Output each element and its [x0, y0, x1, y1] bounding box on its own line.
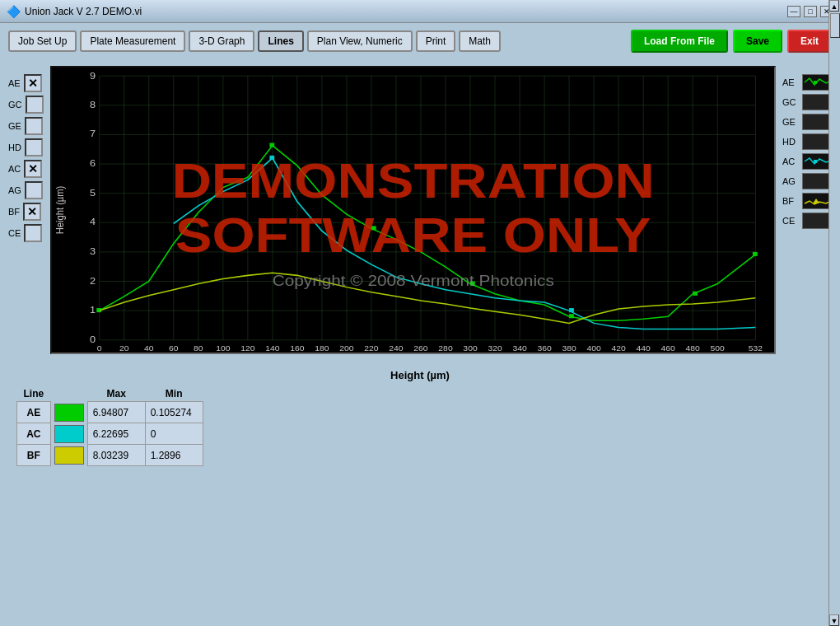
- scrollbar-thumb[interactable]: [830, 13, 840, 38]
- tab-lines[interactable]: Lines: [258, 30, 303, 52]
- row-color-ac: [50, 423, 87, 445]
- svg-text:180: 180: [315, 344, 329, 353]
- legend-label-ge: GE: [8, 121, 21, 131]
- row-color-bf: [50, 445, 87, 466]
- legend-item-ac: AC: [8, 160, 44, 178]
- toolbar-right: Load From File Save Exit: [631, 30, 832, 53]
- chart-container: 0 1 2 3 4 5 6 7 8 9 0 20 40 60 8: [50, 66, 777, 354]
- legend-label-ae: AE: [8, 78, 21, 88]
- svg-text:460: 460: [660, 344, 675, 353]
- svg-text:0: 0: [96, 344, 101, 353]
- row-max-bf: 8.03239: [87, 445, 145, 466]
- svg-text:340: 340: [512, 344, 527, 353]
- svg-text:160: 160: [290, 344, 305, 353]
- right-legend-icon-ce: [802, 213, 832, 229]
- legend-checkbox-bf[interactable]: [23, 203, 41, 221]
- legend-checkbox-ag[interactable]: [25, 181, 43, 199]
- toolbar: Job Set Up Plate Measurement 3-D Graph L…: [0, 23, 840, 59]
- legend-checkbox-ac[interactable]: [24, 160, 42, 178]
- legend-item-bf: BF: [8, 203, 44, 221]
- right-legend-label-hd: HD: [782, 137, 799, 147]
- right-legend-gc: GC: [782, 94, 832, 110]
- tab-plan-view[interactable]: Plan View, Numeric: [307, 30, 413, 52]
- scrollbar[interactable]: ▲ ▼: [828, 0, 840, 626]
- legend-item-hd: HD: [8, 138, 44, 156]
- svg-text:60: 60: [169, 344, 179, 353]
- legend-label-ag: AG: [8, 185, 21, 195]
- exit-button[interactable]: Exit: [787, 30, 832, 53]
- save-button[interactable]: Save: [733, 30, 782, 53]
- row-color-ae: [50, 402, 87, 423]
- right-legend-ce: CE: [782, 213, 832, 229]
- right-legend-ae: AE: [782, 74, 832, 91]
- col-header-max: Max: [87, 386, 145, 402]
- right-legend-ac: AC: [782, 153, 832, 170]
- svg-rect-78: [269, 143, 274, 147]
- tab-3d-graph[interactable]: 3-D Graph: [189, 30, 254, 52]
- svg-rect-85: [569, 308, 574, 312]
- right-legend-icon-ag: [802, 173, 832, 189]
- minimize-button[interactable]: —: [787, 6, 800, 17]
- legend-checkbox-ce[interactable]: [24, 224, 42, 242]
- legend-item-gc: GC: [8, 96, 44, 114]
- maximize-button[interactable]: □: [804, 6, 817, 17]
- tab-print[interactable]: Print: [416, 30, 456, 52]
- tab-math[interactable]: Math: [459, 30, 501, 52]
- svg-text:Copyright © 2008 Vermont Photo: Copyright © 2008 Vermont Photonics: [272, 272, 553, 289]
- legend-label-hd: HD: [8, 142, 21, 152]
- right-legend-icon-ac: [802, 153, 832, 170]
- svg-marker-91: [813, 199, 819, 203]
- svg-text:140: 140: [265, 344, 280, 353]
- svg-text:480: 480: [685, 344, 700, 353]
- svg-text:100: 100: [216, 344, 231, 353]
- right-legend: AE GC GE HD AC AG: [782, 66, 832, 354]
- right-legend-icon-gc: [802, 94, 832, 110]
- svg-rect-81: [569, 314, 574, 318]
- svg-text:9: 9: [90, 71, 96, 82]
- col-header-min: Min: [145, 386, 203, 402]
- legend-item-ge: GE: [8, 117, 44, 135]
- svg-rect-90: [814, 160, 817, 163]
- scrollbar-up[interactable]: ▲: [829, 0, 839, 12]
- table-row-bf: BF 8.03239 1.2896: [17, 445, 203, 466]
- right-legend-label-ae: AE: [782, 77, 799, 87]
- right-legend-icon-hd: [802, 133, 832, 150]
- legend-label-ac: AC: [8, 164, 21, 174]
- svg-text:SOFTWARE ONLY: SOFTWARE ONLY: [175, 208, 651, 262]
- legend-checkbox-ge[interactable]: [25, 117, 43, 135]
- svg-text:Height (µm): Height (µm): [54, 186, 66, 235]
- title-bar: 🔷 Union Jack V 2.7 DEMO.vi — □ ✕: [0, 0, 840, 23]
- legend-checkbox-gc[interactable]: [26, 96, 44, 114]
- app-icon: 🔷: [7, 5, 20, 18]
- svg-text:80: 80: [194, 344, 203, 353]
- scrollbar-down[interactable]: ▼: [829, 614, 839, 626]
- chart-svg: 0 1 2 3 4 5 6 7 8 9 0 20 40 60 8: [52, 68, 775, 353]
- data-table-section: Height (µm) Line Max Min AE 6.94807 0.10…: [0, 361, 840, 474]
- tab-plate-measurement[interactable]: Plate Measurement: [80, 30, 185, 52]
- col-header-color: [50, 386, 87, 402]
- svg-text:40: 40: [143, 344, 153, 353]
- legend-item-ae: AE: [8, 74, 44, 92]
- tab-job-set-up[interactable]: Job Set Up: [8, 30, 77, 52]
- right-legend-hd: HD: [782, 133, 832, 150]
- svg-text:420: 420: [611, 344, 626, 353]
- legend-checkbox-hd[interactable]: [25, 138, 43, 156]
- right-legend-bf: BF: [782, 193, 832, 209]
- svg-text:360: 360: [537, 344, 552, 353]
- data-table-title: Height (µm): [16, 369, 824, 381]
- right-legend-ag: AG: [782, 173, 832, 189]
- load-from-file-button[interactable]: Load From File: [631, 30, 728, 53]
- left-legend: AE GC GE HD AC AG BF CE: [8, 66, 44, 354]
- legend-checkbox-ae[interactable]: [24, 74, 42, 92]
- row-min-bf: 1.2896: [145, 445, 203, 466]
- row-label-ae: AE: [17, 402, 51, 423]
- svg-text:380: 380: [562, 344, 576, 353]
- svg-text:220: 220: [364, 344, 379, 353]
- right-legend-label-ag: AG: [782, 176, 799, 186]
- svg-text:440: 440: [636, 344, 651, 353]
- row-min-ae: 0.105274: [145, 402, 203, 423]
- right-legend-label-gc: GC: [782, 97, 799, 107]
- svg-text:7: 7: [90, 128, 96, 139]
- svg-text:200: 200: [339, 344, 354, 353]
- data-table: Line Max Min AE 6.94807 0.105274 AC 6.22…: [16, 386, 203, 466]
